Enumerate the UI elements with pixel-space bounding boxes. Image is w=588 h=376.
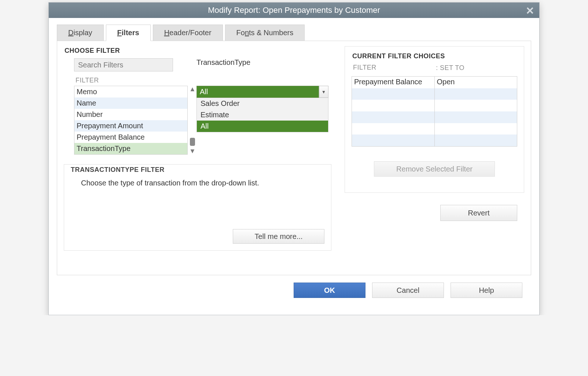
dialog-title: Modify Report: Open Prepayments by Custo… — [208, 5, 380, 15]
combo-value[interactable]: All — [196, 86, 319, 98]
dialog-button-row: OK Cancel Help — [57, 275, 531, 307]
dropdown-option-all[interactable]: All — [197, 121, 328, 132]
tell-me-more-button[interactable]: Tell me more... — [233, 229, 324, 244]
dropdown-option-estimate[interactable]: Estimate — [197, 109, 328, 121]
filter-list[interactable]: Memo Name Number Prepayment Amount Prepa… — [74, 86, 188, 155]
choose-filter-heading: CHOOSE FILTER — [65, 47, 335, 55]
choices-head-setto: ׃ SET TO — [434, 64, 517, 74]
tab-header-footer[interactable]: Header/Footer — [153, 25, 223, 41]
choice-empty — [352, 88, 434, 100]
filter-description-box: TRANSACTIONTYPE FILTER Choose the type o… — [64, 164, 331, 251]
search-filters-input[interactable] — [74, 58, 173, 71]
scroll-thumb[interactable] — [190, 138, 195, 146]
transaction-type-combo[interactable]: All ▼ — [196, 86, 328, 98]
tab-strip: Display Filters Header/Footer Fonts & Nu… — [57, 25, 531, 41]
choice-filter-0[interactable]: Prepayment Balance — [352, 77, 434, 88]
current-filter-panel: CURRENT FILTER CHOICES FILTER ׃ SET TO P… — [345, 46, 524, 193]
current-filter-table[interactable]: Prepayment BalanceOpen — [352, 76, 517, 147]
tab-display[interactable]: Display — [57, 25, 104, 41]
titlebar: Modify Report: Open Prepayments by Custo… — [49, 3, 539, 18]
tab-fonts-numbers[interactable]: Fonts & Numbers — [225, 25, 305, 41]
filter-item-name[interactable]: Name — [74, 97, 187, 109]
scroll-down-icon[interactable]: ▼ — [189, 147, 196, 155]
filter-item-number[interactable]: Number — [74, 109, 187, 120]
scroll-up-icon[interactable]: ▲ — [189, 85, 196, 93]
ok-button[interactable]: OK — [294, 283, 365, 298]
modify-report-dialog: Modify Report: Open Prepayments by Custo… — [48, 2, 540, 315]
revert-button[interactable]: Revert — [440, 205, 517, 221]
transaction-type-label: TransactionType — [196, 58, 335, 67]
filter-item-memo[interactable]: Memo — [74, 86, 187, 97]
tab-filters[interactable]: Filters — [106, 25, 151, 41]
filter-description-text: Choose the type of transaction from the … — [81, 179, 324, 187]
choices-head-filter: FILTER — [352, 64, 434, 74]
current-filter-heading: CURRENT FILTER CHOICES — [352, 52, 517, 60]
filter-item-transaction-type[interactable]: TransactionType — [74, 143, 187, 154]
close-icon[interactable]: ✕ — [526, 5, 534, 17]
dropdown-option-sales-order[interactable]: Sales Order — [197, 98, 328, 109]
filters-panel: CHOOSE FILTER FILTER Memo Name Number Pr… — [57, 41, 531, 275]
filter-item-prepay-balance[interactable]: Prepayment Balance — [74, 132, 187, 143]
cancel-button[interactable]: Cancel — [372, 283, 444, 298]
transaction-type-dropdown: Sales Order Estimate All — [196, 98, 328, 132]
remove-selected-filter-button[interactable]: Remove Selected Filter — [374, 161, 495, 177]
filter-description-title: TRANSACTIONTYPE FILTER — [71, 166, 324, 174]
choice-setto-0[interactable]: Open — [434, 77, 517, 88]
help-button[interactable]: Help — [451, 283, 522, 298]
filter-column-head: FILTER — [76, 77, 188, 84]
chevron-down-icon[interactable]: ▼ — [319, 86, 328, 98]
filter-item-prepay-amount[interactable]: Prepayment Amount — [74, 120, 187, 132]
filter-list-scroll[interactable]: ▲ ▼ — [188, 85, 197, 155]
